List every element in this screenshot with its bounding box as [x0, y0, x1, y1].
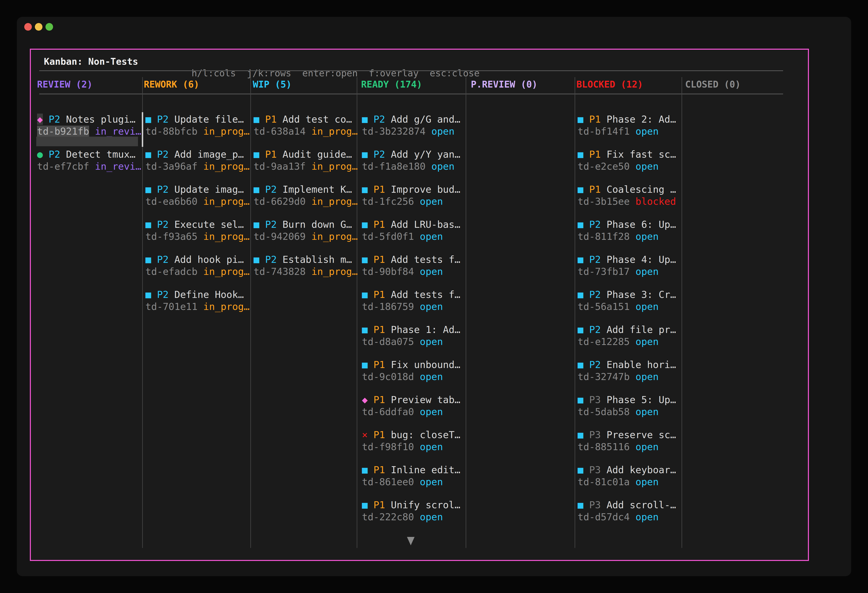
hint-rows: j/k:rows [247, 68, 291, 78]
kanban-card[interactable]: ■ P2 Define Hook…td-701e11 in_prog… [145, 287, 247, 322]
column-separator [682, 77, 682, 548]
kanban-card[interactable]: ■ P2 Phase 4: Up…td-73fb17 open [577, 253, 679, 287]
close-button[interactable] [24, 23, 32, 31]
card-id: td-e12285 [577, 336, 630, 347]
card-priority: P3 [589, 464, 601, 475]
card-title: Detect tmux… [66, 149, 136, 160]
kanban-card[interactable]: ■ P2 Update file…td-88bfcb in_prog… [145, 112, 247, 147]
card-id: td-73fb17 [577, 266, 630, 277]
column-header-p-review[interactable]: P.REVIEW (0) [471, 79, 537, 90]
card-id: td-638a14 [254, 126, 306, 137]
kanban-card[interactable]: × P1 bug: closeT…td-f98f10 open [362, 428, 463, 463]
card-status: open [635, 441, 659, 453]
x-bullet-icon: × [362, 429, 368, 440]
hint-close: esc:close [430, 68, 480, 78]
card-title: Update file… [174, 114, 244, 125]
minimize-button[interactable] [35, 23, 43, 31]
square-bullet-icon: ■ [145, 149, 151, 160]
kanban-card[interactable]: ■ P1 Improve bud…td-1fc256 open [362, 182, 463, 217]
kanban-card[interactable]: ■ P3 Preserve sc…td-885116 open [577, 428, 679, 463]
card-priority: P2 [589, 289, 601, 300]
kanban-card[interactable]: ■ P2 Implement K…td-6629d0 in_prog… [254, 182, 355, 217]
column-separator [357, 77, 357, 548]
card-priority: P2 [373, 149, 385, 160]
square-bullet-icon: ■ [577, 499, 583, 510]
kanban-card[interactable]: ■ P2 Execute sel…td-f93a65 in_prog… [145, 217, 247, 253]
kanban-card[interactable]: ■ P2 Add hook pi…td-efadcb in_prog… [145, 253, 247, 287]
scrollbar-thumb[interactable] [142, 112, 143, 147]
card-title: Add hook pi… [174, 254, 244, 265]
kanban-card[interactable]: ■ P1 Audit guide…td-9aa13f in_prog… [254, 147, 355, 182]
card-id: td-efadcb [145, 266, 198, 277]
kanban-card[interactable]: ■ P1 Coalescing …td-3b15ee blocked [577, 182, 679, 217]
card-id: td-9c018d [362, 371, 414, 382]
square-bullet-icon: ■ [577, 394, 583, 405]
square-bullet-icon: ■ [254, 114, 259, 125]
kanban-card[interactable]: ◆ P2 Notes plugi…td-b921fb in_revi… [37, 112, 138, 147]
kanban-card[interactable]: ■ P2 Phase 3: Cr…td-56a151 open [577, 287, 679, 322]
column-header-blocked[interactable]: BLOCKED (12) [576, 79, 643, 90]
square-bullet-icon: ■ [145, 114, 151, 125]
kanban-card[interactable]: ■ P2 Update imag…td-ea6b60 in_prog… [145, 182, 247, 217]
square-bullet-icon: ■ [577, 184, 583, 195]
kanban-card[interactable]: ■ P2 Phase 6: Up…td-811f28 open [577, 217, 679, 253]
card-priority: P1 [373, 289, 385, 300]
square-bullet-icon: ■ [362, 359, 368, 370]
card-priority: P3 [589, 429, 601, 440]
square-bullet-icon: ■ [362, 289, 368, 300]
kanban-board: Kanban: Non-Tests h/l:colsj/k:rowsenter:… [30, 49, 809, 561]
column-count: (0) [521, 79, 537, 90]
card-priority: P1 [589, 149, 601, 160]
card-id: td-186759 [362, 301, 414, 312]
kanban-card[interactable]: ■ P2 Add image_p…td-3a96af in_prog… [145, 147, 247, 182]
square-bullet-icon: ■ [577, 359, 583, 370]
kanban-card[interactable]: ■ P1 Add LRU-bas…td-5fd0f1 open [362, 217, 463, 253]
zoom-button[interactable] [46, 23, 53, 31]
column-header-review[interactable]: REVIEW (2) [37, 79, 93, 90]
kanban-card[interactable]: ■ P3 Add keyboar…td-81c01a open [577, 463, 679, 498]
kanban-card[interactable]: ■ P1 Phase 1: Ad…td-d8a075 open [362, 322, 463, 358]
column-header-closed[interactable]: CLOSED (0) [685, 79, 741, 90]
column-header-wip[interactable]: WIP (5) [253, 79, 292, 90]
card-status: blocked [635, 196, 676, 207]
kanban-card[interactable]: ■ P1 Phase 2: Ad…td-bf14f1 open [577, 112, 679, 147]
column-count: (5) [275, 79, 292, 90]
card-status: open [420, 231, 443, 242]
kanban-card[interactable]: ■ P1 Inline edit…td-861ee0 open [362, 463, 463, 498]
kanban-card[interactable]: ■ P2 Add y/Y yan…td-f1a8e180 open [362, 147, 463, 182]
kanban-card[interactable]: ■ P2 Add file pr…td-e12285 open [577, 322, 679, 358]
card-status: in_revi… [95, 126, 141, 137]
kanban-card[interactable]: ■ P3 Add scroll-…td-d57dc4 open [577, 498, 679, 533]
kanban-card[interactable]: ■ P2 Burn down G…td-942069 in_prog… [254, 217, 355, 253]
kanban-card[interactable]: ■ P2 Add g/G and…td-3b232874 open [362, 112, 463, 147]
card-title: Phase 1: Ad… [391, 324, 461, 335]
square-bullet-icon: ■ [254, 184, 259, 195]
card-status: in_prog… [203, 161, 249, 172]
kanban-card[interactable]: ■ P1 Fix unbound…td-9c018d open [362, 358, 463, 393]
card-id: td-ea6b60 [145, 196, 198, 207]
kanban-card[interactable]: ■ P3 Phase 5: Up…td-5dab58 open [577, 393, 679, 428]
kanban-card[interactable]: ■ P1 Fix fast sc…td-e2ce50 open [577, 147, 679, 182]
card-title: Add image_p… [174, 149, 244, 160]
card-priority: P2 [589, 359, 601, 370]
column-header-ready[interactable]: READY (174) [361, 79, 422, 90]
card-id: td-743828 [254, 266, 306, 277]
diamond-bullet-icon: ◆ [362, 394, 368, 405]
kanban-card[interactable]: ■ P1 Add tests f…td-90bf84 open [362, 253, 463, 287]
card-status: open [431, 161, 455, 172]
kanban-card[interactable]: ◆ P1 Preview tab…td-6ddfa0 open [362, 393, 463, 428]
square-bullet-icon: ■ [577, 219, 583, 230]
kanban-card[interactable]: ● P2 Detect tmux…td-ef7cbf in_revi… [37, 147, 138, 182]
kanban-card[interactable]: ■ P1 Unify scrol…td-222c80 open [362, 498, 463, 533]
hint-overlay: f:overlay [369, 68, 419, 78]
square-bullet-icon: ■ [577, 149, 583, 160]
column-count: (2) [76, 79, 93, 90]
kanban-card[interactable]: ■ P1 Add tests f…td-186759 open [362, 287, 463, 322]
column-header-rework[interactable]: REWORK (6) [144, 79, 199, 90]
kanban-card[interactable]: ■ P2 Establish m…td-743828 in_prog… [254, 253, 355, 287]
card-id: td-6ddfa0 [362, 406, 414, 417]
card-status: open [635, 126, 659, 137]
kanban-card[interactable]: ■ P1 Add test co…td-638a14 in_prog… [254, 112, 355, 147]
kanban-card[interactable]: ■ P2 Enable hori…td-32747b open [577, 358, 679, 393]
card-id: td-81c01a [577, 476, 630, 487]
